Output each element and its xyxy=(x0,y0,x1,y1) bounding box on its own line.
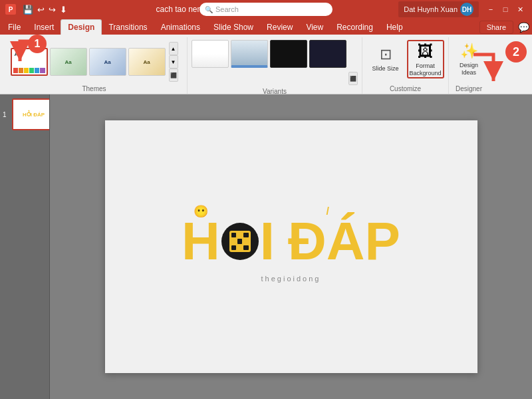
logo-d: Đ / xyxy=(288,211,327,272)
cell-2 xyxy=(237,233,242,237)
maximize-button[interactable]: □ xyxy=(499,4,512,15)
quick-access-toolbar: 💾 ↩ ↪ ⬇ xyxy=(23,5,67,15)
cell-3 xyxy=(243,233,248,237)
format-background-icon: 🖼 xyxy=(418,42,434,61)
cell-7 xyxy=(231,245,236,250)
logo-i: I xyxy=(260,211,275,272)
slide-thumbnail-wrapper: 1 HỎI ĐÁP xyxy=(12,98,47,130)
tab-animations[interactable]: Animations xyxy=(154,20,207,35)
customize-content: ⊡ Slide Size 🖼 FormatBackground xyxy=(367,37,444,84)
search-icon: 🔍 xyxy=(205,6,213,13)
tab-help[interactable]: Help xyxy=(380,20,410,35)
tab-recording[interactable]: Recording xyxy=(330,20,380,35)
designer-group-label: Designer xyxy=(456,84,482,94)
cell-4 xyxy=(231,239,236,243)
themes-group: Aa Aa Aa xyxy=(1,37,188,94)
tab-design[interactable]: Design xyxy=(61,19,102,35)
cell-5 xyxy=(237,239,242,243)
ribbon-tabs: File Insert Design Transitions Animation… xyxy=(0,19,532,35)
theme-more[interactable]: ⬛ xyxy=(169,68,178,82)
search-bar[interactable]: 🔍 Search xyxy=(200,3,332,16)
slide-thumb-text: HỎI ĐÁP xyxy=(23,112,45,118)
tab-view[interactable]: View xyxy=(299,20,330,35)
redo-button[interactable]: ↪ xyxy=(49,5,56,15)
user-name: Dat Huynh Xuan xyxy=(404,5,458,13)
customize-group-label: Customize xyxy=(390,84,421,94)
variant-2[interactable] xyxy=(231,40,268,68)
theme-office[interactable]: Aa xyxy=(11,48,48,76)
tab-slideshow[interactable]: Slide Show xyxy=(207,20,260,35)
cell-1 xyxy=(231,233,236,237)
format-background-button[interactable]: 🖼 FormatBackground xyxy=(407,40,444,78)
accent-h: 😶 xyxy=(194,204,208,219)
variant-1[interactable] xyxy=(192,40,229,68)
slide-size-icon: ⊡ xyxy=(380,46,392,63)
slide-thumb-content: HỎI ĐÁP xyxy=(13,100,50,129)
variants-content: ⬛ xyxy=(192,37,358,86)
user-badge[interactable]: Dat Huynh Xuan DH xyxy=(398,1,479,17)
logo-ap: ÁP xyxy=(327,211,400,272)
themes-group-label: Themes xyxy=(82,84,106,94)
slide-number: 1 xyxy=(3,111,7,118)
design-ideas-label: Design Ideas xyxy=(454,62,484,76)
minimize-button[interactable]: − xyxy=(484,4,497,15)
main-content: 1 HỎI ĐÁP H 😶 xyxy=(0,94,532,399)
slide-size-label: Slide Size xyxy=(372,65,398,72)
save-button[interactable]: 💾 xyxy=(23,5,33,15)
close-button[interactable]: ✕ xyxy=(513,4,527,15)
slide-canvas[interactable]: H 😶 xyxy=(105,120,477,373)
logo-text: H 😶 xyxy=(182,211,400,272)
customize-qa-button[interactable]: ⬇ xyxy=(60,5,67,15)
tab-file[interactable]: File xyxy=(1,20,27,35)
slide-thumbnail-1[interactable]: HỎI ĐÁP xyxy=(12,98,50,130)
title-bar: P 💾 ↩ ↪ ⬇ cach tao nen ppt.pptx Last Mod… xyxy=(0,0,532,19)
accent-d: / xyxy=(326,205,329,217)
app-icon: P xyxy=(5,4,16,15)
theme-4[interactable]: Aa xyxy=(128,48,166,76)
cell-8 xyxy=(237,245,242,250)
logo-wrapper: H 😶 xyxy=(182,211,400,283)
theme-2[interactable]: Aa xyxy=(50,48,87,76)
logo-subtitle: thegioidong xyxy=(261,275,321,283)
tab-transitions[interactable]: Transitions xyxy=(102,20,154,35)
title-right: Dat Huynh Xuan DH − □ ✕ xyxy=(398,1,527,17)
comments-button[interactable]: 💬 xyxy=(516,20,531,35)
user-avatar: DH xyxy=(460,3,473,16)
theme-scroll-arrows: ▲ ▼ ⬛ xyxy=(169,41,178,83)
share-button[interactable]: Share xyxy=(479,21,513,34)
design-ideas-icon: ✨ xyxy=(460,43,478,60)
tab-insert[interactable]: Insert xyxy=(27,20,61,35)
customize-group: ⊡ Slide Size 🖼 FormatBackground Customiz… xyxy=(362,37,449,94)
themes-content: Aa Aa Aa xyxy=(11,37,178,84)
tab-review[interactable]: Review xyxy=(260,20,299,35)
cell-9 xyxy=(243,245,248,250)
ribbon-content: Aa Aa Aa xyxy=(0,35,532,94)
cell-6 xyxy=(243,239,248,243)
undo-button[interactable]: ↩ xyxy=(37,5,45,15)
format-background-label: FormatBackground xyxy=(409,63,441,77)
theme-3[interactable]: Aa xyxy=(89,48,126,76)
variant-3[interactable] xyxy=(270,40,307,68)
variants-group: ⬛ Variants xyxy=(188,37,362,94)
logo-circle-inner xyxy=(229,231,251,252)
title-bar-left: P 💾 ↩ ↪ ⬇ xyxy=(5,4,67,15)
design-ideas-button[interactable]: ✨ Design Ideas xyxy=(454,40,484,78)
variant-4[interactable] xyxy=(309,40,346,68)
variants-group-label: Variants xyxy=(263,86,287,96)
slide-panel: 1 HỎI ĐÁP xyxy=(0,94,50,399)
designer-group: ✨ Design Ideas Designer xyxy=(449,37,489,94)
search-placeholder: Search xyxy=(215,5,239,13)
window-controls: − □ ✕ xyxy=(484,4,527,15)
theme-scroll-up[interactable]: ▲ xyxy=(169,42,178,55)
variants-more-btn[interactable]: ⬛ xyxy=(348,72,358,85)
theme-scroll-down[interactable]: ▼ xyxy=(169,55,178,68)
logo-circle xyxy=(221,223,259,260)
variants-more: ⬛ xyxy=(348,40,358,86)
designer-content: ✨ Design Ideas xyxy=(454,37,484,84)
slide-size-button[interactable]: ⊡ Slide Size xyxy=(367,40,404,78)
canvas-area: H 😶 xyxy=(50,94,532,399)
logo-h: H 😶 xyxy=(182,211,220,272)
